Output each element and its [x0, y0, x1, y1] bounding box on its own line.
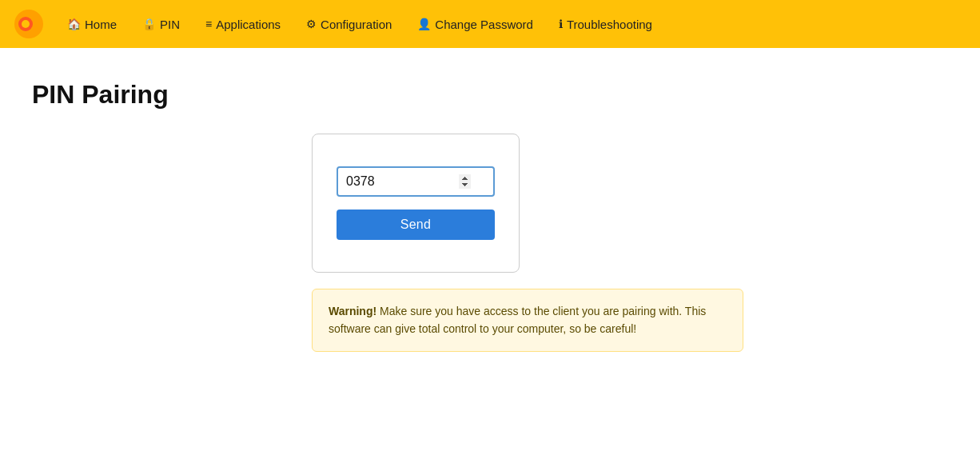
menu-icon: ≡: [205, 18, 212, 30]
nav-configuration-label: Configuration: [321, 18, 392, 31]
lock-icon: 🔒: [142, 18, 156, 30]
warning-message: Make sure you have access to the client …: [329, 305, 706, 335]
nav-troubleshooting-label: Troubleshooting: [567, 18, 652, 31]
home-icon: 🏠: [67, 18, 81, 30]
nav-pin-label: PIN: [160, 18, 180, 31]
pin-input[interactable]: [337, 166, 495, 197]
nav-change-password-label: Change Password: [435, 18, 533, 31]
send-button[interactable]: Send: [337, 210, 495, 240]
person-icon: 👤: [417, 18, 431, 30]
nav-pin[interactable]: 🔒 PIN: [133, 11, 189, 38]
main-content: PIN Pairing Send Warning! Make sure you …: [0, 48, 980, 400]
warning-box: Warning! Make sure you have access to th…: [312, 289, 743, 352]
nav-configuration[interactable]: ⚙ Configuration: [297, 11, 401, 38]
navigation: 🏠 Home 🔒 PIN ≡ Applications ⚙ Configurat…: [0, 0, 980, 48]
info-icon: ℹ: [559, 18, 563, 30]
nav-applications-label: Applications: [216, 18, 281, 31]
nav-applications[interactable]: ≡ Applications: [196, 11, 290, 38]
nav-change-password[interactable]: 👤 Change Password: [408, 11, 543, 38]
page-title: PIN Pairing: [32, 80, 948, 110]
nav-home-label: Home: [85, 18, 117, 31]
pin-input-wrapper: [337, 166, 495, 197]
nav-troubleshooting[interactable]: ℹ Troubleshooting: [549, 11, 662, 38]
gear-icon: ⚙: [306, 18, 317, 30]
app-logo: [13, 8, 45, 40]
pin-form-card: Send: [312, 134, 520, 273]
svg-point-2: [22, 20, 30, 28]
nav-home[interactable]: 🏠 Home: [58, 11, 126, 38]
warning-bold-text: Warning!: [329, 305, 376, 317]
